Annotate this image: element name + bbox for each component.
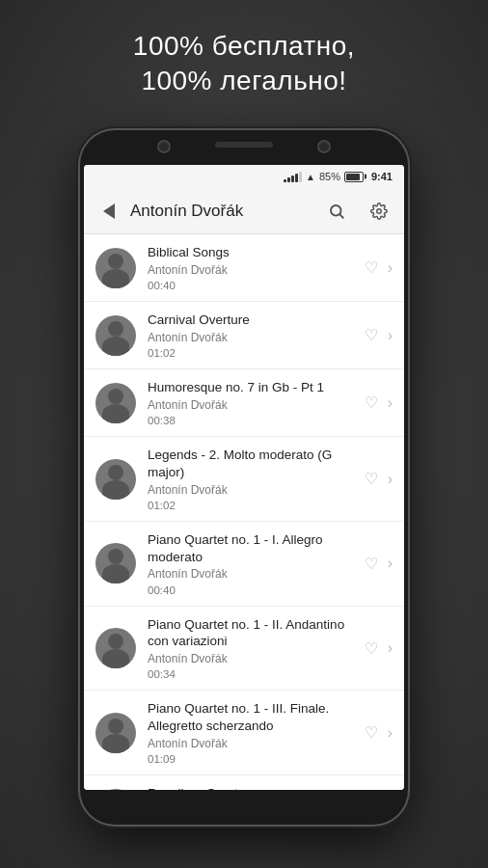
song-duration: 00:38 bbox=[148, 415, 353, 426]
battery-fill bbox=[346, 174, 360, 180]
search-button[interactable] bbox=[319, 194, 354, 229]
list-item[interactable]: Rusalka - Overture Antonín Dvořák 00:52 … bbox=[84, 775, 404, 790]
song-list: Biblical Songs Antonín Dvořák 00:40 ♡ › … bbox=[84, 234, 404, 790]
song-info: Piano Quartet no. 1 - II. Andantino con … bbox=[148, 616, 353, 681]
status-icons: ▲ 85% 9:41 bbox=[284, 171, 393, 182]
svg-point-2 bbox=[377, 208, 382, 213]
song-actions: ♡ › bbox=[361, 255, 393, 281]
song-title: Piano Quartet no. 1 - I. Allegro moderat… bbox=[148, 531, 353, 565]
search-icon bbox=[328, 203, 345, 220]
promo-header: 100% бесплатно, 100% легально! bbox=[0, 29, 488, 99]
song-title: Piano Quartet no. 1 - II. Andantino con … bbox=[148, 616, 353, 650]
settings-button[interactable] bbox=[362, 194, 396, 229]
status-bar: ▲ 85% 9:41 bbox=[84, 165, 404, 188]
chevron-right-icon[interactable]: › bbox=[388, 259, 393, 277]
chevron-right-icon[interactable]: › bbox=[388, 327, 393, 344]
chevron-right-icon[interactable]: › bbox=[388, 555, 393, 572]
avatar bbox=[95, 248, 136, 288]
signal-bar-2 bbox=[287, 177, 290, 182]
avatar bbox=[95, 459, 136, 500]
back-button[interactable] bbox=[92, 194, 126, 229]
signal-bars bbox=[284, 171, 302, 182]
chevron-right-icon[interactable]: › bbox=[388, 724, 393, 742]
list-item[interactable]: Piano Quartet no. 1 - I. Allegro moderat… bbox=[84, 522, 404, 607]
song-info: Rusalka - Overture Antonín Dvořák 00:52 bbox=[148, 785, 353, 790]
avatar bbox=[95, 628, 136, 668]
battery-percent: 85% bbox=[319, 171, 340, 182]
song-info: Biblical Songs Antonín Dvořák 00:40 bbox=[148, 244, 353, 291]
song-info: Humoresque no. 7 in Gb - Pt 1 Antonín Dv… bbox=[148, 379, 353, 426]
svg-line-1 bbox=[339, 214, 342, 217]
list-item[interactable]: Piano Quartet no. 1 - III. Finale. Alleg… bbox=[84, 691, 404, 775]
app-bar: Antonín Dvořák bbox=[84, 188, 404, 234]
page-title: Antonín Dvořák bbox=[130, 202, 319, 221]
song-actions: ♡ › bbox=[361, 322, 393, 348]
promo-text: 100% бесплатно, 100% легально! bbox=[0, 29, 488, 99]
like-button[interactable]: ♡ bbox=[361, 551, 382, 577]
avatar bbox=[95, 315, 136, 356]
song-title: Piano Quartet no. 1 - III. Finale. Alleg… bbox=[148, 700, 353, 734]
battery-indicator bbox=[344, 172, 364, 182]
like-button[interactable]: ♡ bbox=[361, 466, 382, 492]
song-artist: Antonín Dvořák bbox=[148, 263, 353, 279]
song-artist: Antonín Dvořák bbox=[148, 483, 353, 499]
song-actions: ♡ › bbox=[361, 466, 393, 492]
battery-icon bbox=[344, 172, 364, 182]
song-actions: ♡ › bbox=[361, 551, 393, 577]
like-button[interactable]: ♡ bbox=[361, 322, 382, 348]
phone-screen: ▲ 85% 9:41 Antonín Dvořák bbox=[84, 165, 404, 790]
avatar bbox=[95, 383, 136, 423]
song-title: Rusalka - Overture bbox=[148, 785, 353, 790]
signal-bar-4 bbox=[295, 174, 298, 182]
song-duration: 01:02 bbox=[148, 500, 353, 511]
song-artist: Antonín Dvořák bbox=[148, 737, 353, 752]
song-info: Piano Quartet no. 1 - I. Allegro moderat… bbox=[148, 531, 353, 596]
song-info: Piano Quartet no. 1 - III. Finale. Alleg… bbox=[148, 700, 353, 765]
like-button[interactable]: ♡ bbox=[361, 255, 382, 281]
phone-camera-right bbox=[317, 140, 331, 153]
list-item[interactable]: Legends - 2. Molto moderato (G major) An… bbox=[84, 437, 404, 522]
list-item[interactable]: Piano Quartet no. 1 - II. Andantino con … bbox=[84, 607, 404, 692]
like-button[interactable]: ♡ bbox=[361, 390, 382, 416]
phone-container: ▲ 85% 9:41 Antonín Dvořák bbox=[80, 130, 408, 825]
song-title: Biblical Songs bbox=[148, 244, 353, 261]
song-artist: Antonín Dvořák bbox=[148, 331, 353, 346]
song-duration: 00:34 bbox=[148, 668, 353, 680]
like-button[interactable]: ♡ bbox=[361, 719, 382, 746]
chevron-right-icon[interactable]: › bbox=[388, 639, 393, 657]
settings-icon bbox=[370, 203, 388, 220]
song-duration: 01:09 bbox=[148, 753, 353, 765]
phone-frame: ▲ 85% 9:41 Antonín Dvořák bbox=[80, 130, 408, 825]
song-artist: Antonín Dvořák bbox=[148, 652, 353, 667]
chevron-right-icon[interactable]: › bbox=[388, 471, 393, 488]
app-bar-actions bbox=[319, 194, 396, 229]
song-title: Carnival Overture bbox=[148, 312, 353, 329]
song-actions: ♡ › bbox=[361, 390, 393, 416]
wifi-icon: ▲ bbox=[306, 172, 315, 182]
song-info: Carnival Overture Antonín Dvořák 01:02 bbox=[148, 312, 353, 359]
list-item[interactable]: Carnival Overture Antonín Dvořák 01:02 ♡… bbox=[84, 302, 404, 369]
like-button[interactable]: ♡ bbox=[361, 636, 382, 662]
list-item[interactable]: Biblical Songs Antonín Dvořák 00:40 ♡ › bbox=[84, 234, 404, 302]
song-title: Legends - 2. Molto moderato (G major) bbox=[148, 447, 353, 480]
signal-bar-5 bbox=[299, 172, 302, 182]
signal-bar-3 bbox=[291, 176, 294, 182]
avatar bbox=[95, 789, 136, 790]
song-title: Humoresque no. 7 in Gb - Pt 1 bbox=[148, 379, 353, 396]
song-duration: 00:40 bbox=[148, 280, 353, 291]
song-duration: 01:02 bbox=[148, 347, 353, 359]
phone-camera-left bbox=[157, 140, 171, 153]
song-actions: ♡ › bbox=[361, 719, 393, 746]
list-item[interactable]: Humoresque no. 7 in Gb - Pt 1 Antonín Dv… bbox=[84, 369, 404, 437]
song-duration: 00:40 bbox=[148, 584, 353, 596]
avatar bbox=[95, 713, 136, 753]
song-artist: Antonín Dvořák bbox=[148, 567, 353, 583]
signal-bar-1 bbox=[284, 179, 286, 182]
back-arrow-icon bbox=[103, 203, 115, 219]
avatar bbox=[95, 543, 136, 583]
chevron-right-icon[interactable]: › bbox=[388, 394, 393, 412]
song-actions: ♡ › bbox=[361, 636, 393, 662]
song-info: Legends - 2. Molto moderato (G major) An… bbox=[148, 447, 353, 511]
song-artist: Antonín Dvořák bbox=[148, 398, 353, 414]
clock: 9:41 bbox=[371, 171, 393, 182]
